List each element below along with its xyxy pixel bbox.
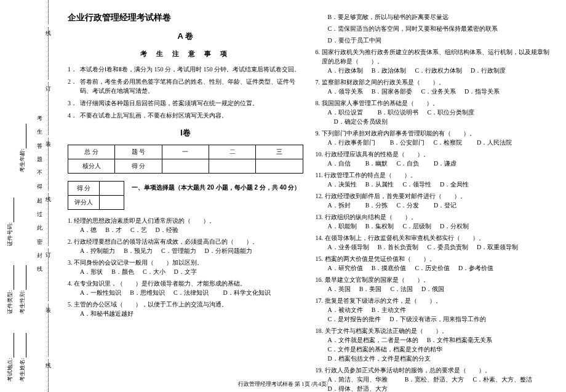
question-block: 12. 行政经理收到邮件后，首先要对邮件进行（ ）。A．拆封 B．分拣C．分发 … xyxy=(316,191,551,210)
question-block: 14. 在领导体制上，行政监督机关和审查机关都实行（ ）。A．业务领导制B．首长… xyxy=(316,233,551,252)
cell: 得 分 xyxy=(115,159,162,174)
right-column: B．要足够宽敞，所以与秘书的距离要尽量远C．需保留适当的访客空间，同时又要和秘书… xyxy=(309,12,557,377)
cell: 评分人 xyxy=(68,196,100,210)
fold-mark: 装 xyxy=(44,302,52,304)
cell: 二 xyxy=(209,145,255,159)
question-block: 4. 在专业知识里，（ ）是行政领导者能力、才能形成的基础。A．一般性知识B．思… xyxy=(68,279,303,297)
question-block: 3. 不同身份的会议记录一般用（ ）加以区别。A．形状B．颜色C．大小D．文字 xyxy=(68,258,303,276)
margin-field: 考生性别: xyxy=(18,265,26,314)
questions-right: 6. 国家行政机关为推行政务所建立的权责体系、组织结构体系、运行机制，以及规章制… xyxy=(316,47,551,392)
paper-label: A 卷 xyxy=(68,31,303,42)
questions-left: 1. 经理的思想政治素质即是人们通常所说的（ ）。A．德B．才C．艺D．经验2.… xyxy=(68,216,303,318)
section-title: 一、单项选择题（本大题共 20 小题，每小题 2 分，共 40 分） xyxy=(132,183,300,192)
margin-field: 考试地点: xyxy=(6,333,14,382)
fold-mark: 订 xyxy=(44,246,52,249)
question-block: D．要位于员工中间 xyxy=(316,36,551,45)
margin-field: 考生年龄: xyxy=(18,124,26,172)
question-block: 6. 国家行政机关为推行政务所建立的权责体系、组织结构体系、运行机制，以及规章制… xyxy=(316,47,551,75)
question-block: 2. 行政经理要想自己的领导活动富有成效，必须提高自己的（ ）。A．控制能力B．… xyxy=(68,237,303,255)
fold-mark: 装 xyxy=(44,135,52,138)
exam-title: 企业行政管理经理考试样卷 xyxy=(68,12,303,23)
seal-line-text: 考 生 答 题 不 得 超 过 此 密 封 线 xyxy=(36,111,44,268)
cell: 一 xyxy=(162,145,209,159)
fold-mark: 线 xyxy=(44,25,52,27)
score-table: 总 分 题 号 一 二 三 核分人 得 分 xyxy=(68,145,303,174)
question-block: 15. 档案的两大价值是凭证价值和（ ）。A．研究价值B．摸底价值C．历史价值D… xyxy=(316,254,551,273)
question-block: 16. 最早建立文官制度的国家是（ ）。A．英国B．美国C．法国D．俄国 xyxy=(316,275,551,294)
question-block: 18. 关于文件与档案关系说法正确的是（ ）。A．文件就是档案，二者是一体的B．… xyxy=(316,326,551,363)
juan-header: Ⅰ卷 xyxy=(68,127,303,138)
instruction-item: 3．请仔细阅读各种题目后回答问题，答案须填写在统一规定的位置。 xyxy=(68,98,303,108)
margin-field: 考生姓名: xyxy=(18,333,26,382)
question-block: B．要足够宽敞，所以与秘书的距离要尽量远 xyxy=(316,12,551,22)
fold-line xyxy=(48,0,49,392)
content-area: 企业行政管理经理考试样卷 A 卷 考 生 注 意 事 项 1．本试卷分Ⅰ卷和Ⅱ卷… xyxy=(55,0,566,392)
page-footer: 行政管理经理考试样卷 第 1页 /共4页/ xyxy=(0,380,566,388)
question-block: 5. 主管的办公区域（ ），以便于工作上的交流与沟通。A．和秘书越近越好 xyxy=(68,300,303,318)
cell xyxy=(209,159,255,174)
instruction-item: 2．答卷前，考生务必用黑色签字笔将自己的姓名、性别、年龄、证件类型、证件号码、考… xyxy=(68,77,303,95)
cell xyxy=(162,159,209,174)
instruction-item: 1．本试卷分Ⅰ卷和Ⅱ卷，满分为 150 分，考试用时 150 分钟。考试结束后将… xyxy=(68,65,303,74)
cell: 核分人 xyxy=(68,159,115,174)
instruction-item: 4．不要在试卷上乱写乱画，不要在标封区填写无关内容。 xyxy=(68,111,303,120)
cell: 题 号 xyxy=(115,145,162,159)
left-column: 企业行政管理经理考试样卷 A 卷 考 生 注 意 事 项 1．本试卷分Ⅰ卷和Ⅱ卷… xyxy=(62,12,309,377)
margin-field: 证件类型: xyxy=(6,265,14,314)
instructions: 1．本试卷分Ⅰ卷和Ⅱ卷，满分为 150 分，考试用时 150 分钟。考试结束后将… xyxy=(68,65,303,120)
fold-mark: 线 xyxy=(44,191,52,193)
fold-mark: 订 xyxy=(44,80,52,82)
binding-margin: 线 订 装 线 订 装 线 考 生 答 题 不 得 超 过 此 密 封 线 考试… xyxy=(0,0,55,392)
notice-header: 考 生 注 意 事 项 xyxy=(68,49,303,58)
cell: 总 分 xyxy=(68,145,115,159)
cell xyxy=(100,196,124,210)
question-block: 10. 行政经理应该具有的性格是（ ）。A．自信 B．幽默C．自负 D．谦虚 xyxy=(316,150,551,168)
cell xyxy=(100,182,124,196)
mini-score-table: 得 分 评分人 xyxy=(68,181,124,210)
question-block: C．需保留适当的访客空间，同时又要和秘书保持最紧密的联系 xyxy=(316,24,551,33)
question-block: 11. 行政管理工作的特点是（ ）。A．决策性B．从属性C．领导性D．全局性 xyxy=(316,170,551,189)
cell: 三 xyxy=(256,145,303,159)
margin-field: 证件号码: xyxy=(6,198,14,246)
question-block: 7. 监察部和财政部之间的行政关系是（ ）。A．领导关系B．国家各部委C．业务关… xyxy=(316,78,551,96)
question-block: 1. 经理的思想政治素质即是人们通常所说的（ ）。A．德B．才C．艺D．经验 xyxy=(68,216,303,234)
question-block: 13. 行政组织的纵向结构是（ ）。A．职能制B．集权制C．层级制D．分权制 xyxy=(316,212,551,231)
question-block: 17. 批复是答复下级请示的文件，是（ ）。A．被动文件B．主动文件C．是对报告… xyxy=(316,296,551,324)
question-block: 9. 下列部门中承担对政府内部事务管理职能的有（ ）。A．行政事务部门 B．公安… xyxy=(316,129,551,147)
cell: 得 分 xyxy=(68,182,100,196)
cell xyxy=(256,159,303,174)
fold-mark: 线 xyxy=(44,357,52,359)
questions-right-cont: B．要足够宽敞，所以与秘书的距离要尽量远C．需保留适当的访客空间，同时又要和秘书… xyxy=(316,12,551,45)
question-block: 8. 我国国家人事管理工作的基础是（ ）。A．职位设置 B．职位说明书C．职位分… xyxy=(316,98,551,126)
